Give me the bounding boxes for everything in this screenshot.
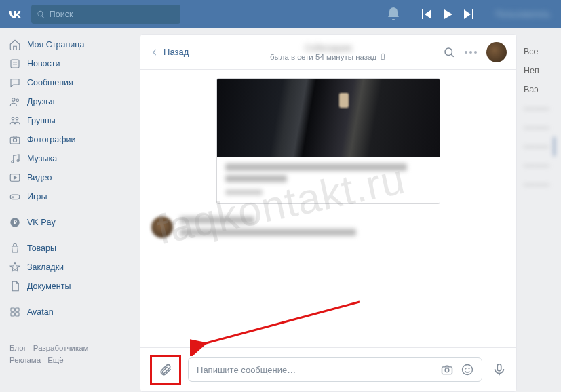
back-button[interactable]: Назад [150, 47, 189, 57]
attach-button[interactable] [150, 355, 181, 385]
sidebar-item-label: Новости [27, 59, 60, 68]
video-icon [8, 171, 22, 184]
search-input[interactable] [50, 9, 175, 19]
folder-item[interactable]: ——— [524, 156, 555, 175]
sidebar-item-label: Музыка [27, 154, 57, 163]
sidebar-item-photos[interactable]: Фотографии [5, 130, 136, 149]
sidebar-item-video[interactable]: Видео [5, 168, 136, 187]
footer-ads[interactable]: Реклама [9, 356, 41, 364]
sidebar-item-label: Сообщения [27, 78, 73, 87]
svg-point-6 [16, 117, 18, 120]
sidebar-item-bookmarks[interactable]: Закладки [5, 258, 136, 277]
emoji-icon[interactable] [461, 363, 474, 376]
folder-item[interactable]: ——— [524, 118, 555, 137]
paperclip-icon [159, 363, 172, 376]
player-prev-icon[interactable] [418, 6, 434, 22]
player-next-icon[interactable] [461, 6, 478, 22]
message-author [180, 216, 254, 224]
sidebar-item-groups[interactable]: Группы [5, 111, 136, 130]
home-icon [8, 38, 22, 52]
svg-point-5 [12, 117, 14, 120]
svg-rect-18 [16, 308, 19, 311]
app-icon [8, 305, 22, 319]
search-chat-icon[interactable] [443, 46, 455, 58]
chat-input-bar [140, 347, 516, 391]
link-attachment[interactable] [216, 78, 440, 204]
svg-text:₽: ₽ [14, 220, 17, 226]
news-icon [8, 57, 22, 71]
sidebar-item-messages[interactable]: Сообщения [5, 73, 136, 92]
attachment-image [217, 79, 440, 157]
sidebar-item-docs[interactable]: Документы [5, 277, 136, 296]
message-row [151, 216, 507, 241]
filter-all[interactable]: Все [524, 42, 555, 61]
sidebar-item-avatan[interactable]: Avatan [5, 302, 136, 321]
avatar[interactable] [151, 216, 173, 238]
svg-point-10 [17, 160, 19, 162]
sidebar-item-label: Видео [27, 173, 52, 182]
sidebar-item-label: Моя Страница [27, 40, 84, 50]
sidebar: Моя Страница Новости Сообщения Друзья Гр… [0, 28, 136, 392]
search-icon [37, 9, 45, 19]
vk-logo[interactable] [5, 5, 24, 24]
footer-devs[interactable]: Разработчикам [33, 344, 89, 352]
svg-point-4 [16, 99, 19, 102]
camera-icon[interactable] [440, 363, 454, 376]
star-icon [8, 260, 22, 274]
vkpay-icon: ₽ [8, 216, 22, 229]
svg-rect-17 [11, 308, 14, 311]
groups-icon [8, 114, 22, 128]
folder-item[interactable]: ——— [524, 175, 555, 194]
svg-rect-12 [10, 195, 20, 199]
svg-point-9 [12, 161, 14, 163]
sidebar-item-profile[interactable]: Моя Страница [5, 35, 136, 54]
more-icon[interactable] [465, 51, 477, 54]
message-text [180, 229, 356, 236]
sidebar-item-label: Игры [27, 192, 47, 201]
sidebar-item-games[interactable]: Игры [5, 187, 136, 206]
chat-header: Назад Собеседник была в сети 54 минуты н… [140, 35, 516, 70]
chevron-left-icon [150, 47, 159, 57]
avatar[interactable] [486, 42, 507, 62]
svg-point-26 [463, 365, 473, 375]
chat-body [140, 70, 516, 347]
sidebar-item-friends[interactable]: Друзья [5, 92, 136, 111]
player-play-icon[interactable] [440, 6, 456, 22]
sidebar-item-label: Фотографии [27, 135, 75, 144]
svg-rect-20 [16, 313, 19, 316]
filter-unread[interactable]: Неп [524, 61, 555, 80]
svg-point-22 [445, 48, 452, 56]
svg-rect-29 [497, 364, 501, 371]
message-input[interactable] [188, 357, 482, 382]
svg-point-8 [13, 138, 16, 142]
svg-rect-21 [381, 54, 385, 59]
message-icon [8, 76, 22, 90]
sidebar-item-label: Документы [27, 281, 71, 291]
footer-more[interactable]: Ещё [47, 356, 64, 364]
header-username[interactable]: Пользователь [495, 9, 550, 19]
folder-item[interactable]: ——— [524, 137, 555, 156]
sidebar-item-news[interactable]: Новости [5, 54, 136, 73]
music-icon [8, 152, 22, 165]
attachment-subtitle [225, 175, 287, 182]
folder-item[interactable]: ——— [524, 99, 555, 118]
sidebar-item-label: Закладки [27, 262, 64, 272]
bell-icon[interactable] [385, 6, 402, 22]
chat-status: была в сети 54 минуты назад [270, 53, 387, 61]
chat-panel: Назад Собеседник была в сети 54 минуты н… [140, 34, 517, 392]
svg-rect-19 [11, 313, 14, 316]
sidebar-item-vkpay[interactable]: ₽VK Pay [5, 213, 136, 232]
mic-icon[interactable] [492, 362, 507, 377]
sidebar-item-market[interactable]: Товары [5, 239, 136, 258]
sidebar-item-music[interactable]: Музыка [5, 149, 136, 168]
friends-icon [8, 95, 22, 109]
sidebar-item-label: Друзья [27, 97, 55, 106]
camera-icon [8, 133, 22, 146]
bag-icon [8, 241, 22, 255]
sidebar-item-label: VK Pay [27, 218, 56, 227]
search-box[interactable] [31, 5, 180, 24]
attachment-title [225, 163, 407, 171]
sidebar-item-label: Группы [27, 116, 56, 125]
footer-blog[interactable]: Блог [9, 344, 26, 352]
filter-important[interactable]: Ваэ [524, 80, 555, 99]
